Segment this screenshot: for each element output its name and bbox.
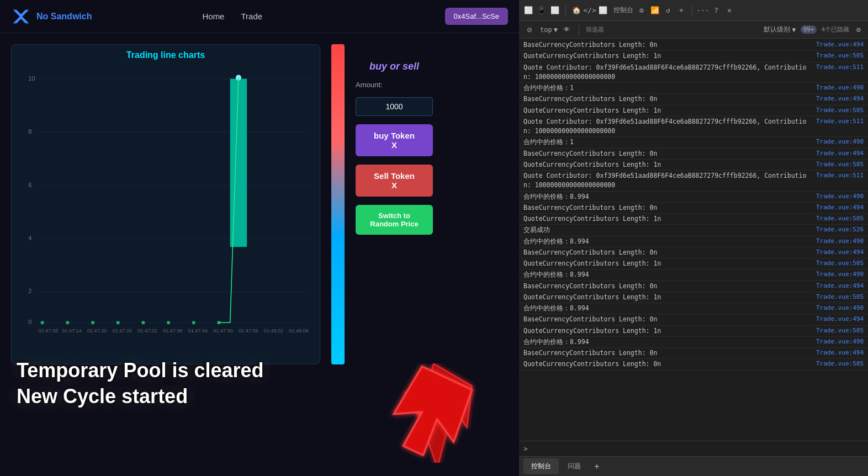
overlay-line1: Temporary Pool is cleared [17, 358, 264, 384]
logo-text: No Sandwich [36, 12, 92, 22]
console-line-link[interactable]: Trade.vue:494 [816, 282, 864, 291]
console-line-link[interactable]: Trade.vue:526 [816, 225, 864, 235]
console-line: QuoteCurrencyContributors Length: 1nTrad… [519, 258, 868, 269]
console-line-link[interactable]: Trade.vue:511 [816, 171, 864, 181]
console-line-link[interactable]: Trade.vue:505 [816, 160, 864, 170]
console-line-link[interactable]: Trade.vue:494 [816, 149, 864, 158]
console-line-link[interactable]: Trade.vue:505 [816, 106, 864, 115]
nav-links: Home Trade [202, 12, 262, 21]
console-line-link[interactable]: Trade.vue:511 [816, 117, 864, 126]
svg-text:4: 4 [28, 235, 31, 241]
buy-button[interactable]: buy Token X [356, 124, 433, 156]
svg-point-32 [192, 321, 195, 324]
wallet-button[interactable]: 0x4Saf...ScSe [445, 8, 508, 25]
console-line: 合约中的价格：1Trade.vue:490 [519, 83, 868, 94]
console-line-link[interactable]: Trade.vue:490 [816, 137, 864, 147]
svg-point-27 [66, 321, 69, 324]
console-line-link[interactable]: Trade.vue:490 [816, 337, 864, 347]
devtools-monitor-icon[interactable]: ⬜ [598, 6, 608, 15]
svg-point-26 [41, 321, 44, 324]
console-line: QuoteCurrencyContributors Length: 0nTrad… [519, 359, 868, 370]
amount-input[interactable] [356, 97, 433, 116]
badge-hidden: 4个已隐藏 [821, 25, 849, 34]
console-line-link[interactable]: Trade.vue:505 [816, 214, 864, 224]
devtools-wifi-icon[interactable]: 📶 [650, 6, 660, 15]
console-line-link[interactable]: Trade.vue:494 [816, 203, 864, 213]
tab-add-icon[interactable]: + [590, 461, 604, 472]
svg-text:8: 8 [28, 128, 31, 135]
devtools-help-icon[interactable]: ? [711, 6, 721, 15]
svg-text:01:47:44: 01:47:44 [188, 328, 208, 334]
svg-text:01:47:32: 01:47:32 [137, 328, 157, 334]
devtools-close-icon[interactable]: ✕ [724, 6, 734, 15]
console-line-text: 合约中的价格：8.994 [523, 270, 811, 279]
sell-button[interactable]: Sell Token X [356, 165, 433, 197]
console-line-text: QuoteCurrencyContributors Length: 1n [523, 51, 811, 61]
filter-eye-icon[interactable]: 👁 [562, 25, 572, 35]
filter-block-btn[interactable]: ⊘ [523, 25, 536, 35]
devtools-home-icon[interactable]: 🏠 [571, 6, 581, 15]
devtools-cursor-icon[interactable]: ⬜ [550, 6, 560, 15]
svg-text:01:48:02: 01:48:02 [264, 328, 284, 334]
console-line-link[interactable]: Trade.vue:490 [816, 237, 864, 246]
nav-home[interactable]: Home [202, 12, 224, 21]
console-line-text: QuoteCurrencyContributors Length: 1n [523, 326, 811, 336]
console-line-link[interactable]: Trade.vue:494 [816, 94, 864, 104]
filter-top-dropdown[interactable]: top ▼ [540, 26, 558, 34]
devtools-gear-icon[interactable]: ⚙ [637, 6, 647, 15]
console-line-link[interactable]: Trade.vue:494 [816, 315, 864, 324]
devtools-ellipsis-icon[interactable]: ··· [698, 6, 708, 15]
console-line-link[interactable]: Trade.vue:490 [816, 270, 864, 279]
svg-text:01:47:20: 01:47:20 [87, 328, 107, 334]
panel-title: buy or sell [369, 61, 419, 72]
console-line-link[interactable]: Trade.vue:505 [816, 293, 864, 302]
switch-button[interactable]: Switch to Random Price [356, 205, 433, 235]
devtools-bottomtabs: 控制台 问题 + [519, 456, 868, 476]
console-line-text: Quote Contributor: 0xf39Fd6e51aad88F6F4c… [523, 171, 811, 191]
devtools-refresh-icon[interactable]: ↺ [663, 6, 673, 15]
filter-label[interactable]: 筛选器 [586, 25, 604, 34]
filter-settings-icon[interactable]: ⚙ [854, 25, 864, 35]
devtools-code-icon[interactable]: </> [585, 6, 595, 15]
svg-text:0: 0 [28, 319, 31, 325]
console-line-text: BaseCurrencyContributors Length: 0n [523, 282, 811, 291]
console-line-link[interactable]: Trade.vue:505 [816, 359, 864, 369]
console-line: BaseCurrencyContributors Length: 0nTrade… [519, 314, 868, 325]
console-line-text: 合约中的价格：8.994 [523, 192, 811, 202]
chart-area: 10 8 6 4 2 0 [17, 66, 314, 342]
console-line: BaseCurrencyContributors Length: 0nTrade… [519, 94, 868, 105]
console-line: BaseCurrencyContributors Length: 0nTrade… [519, 40, 868, 51]
devtools-phone-icon[interactable]: 📱 [537, 6, 547, 15]
sort-dropdown[interactable]: 默认级别 ▼ [764, 25, 796, 34]
console-line-link[interactable]: Trade.vue:505 [816, 326, 864, 336]
devtools-plus-icon[interactable]: + [676, 6, 686, 15]
nav-trade[interactable]: Trade [241, 12, 262, 21]
console-line-link[interactable]: Trade.vue:490 [816, 304, 864, 313]
chart-title: Trading line charts [17, 50, 314, 60]
arrow-container [375, 363, 486, 465]
console-content[interactable]: BaseCurrencyContributors Length: 0nTrade… [519, 39, 868, 441]
console-line-link[interactable]: Trade.vue:494 [816, 40, 864, 50]
devtools-panel-label[interactable]: 控制台 [613, 6, 633, 15]
console-line-link[interactable]: Trade.vue:490 [816, 83, 864, 93]
nav-logo: No Sandwich [11, 7, 92, 27]
console-line-text: QuoteCurrencyContributors Length: 1n [523, 259, 811, 268]
console-line-text: QuoteCurrencyContributors Length: 0n [523, 359, 811, 369]
console-line-link[interactable]: Trade.vue:511 [816, 63, 864, 72]
console-line: BaseCurrencyContributors Length: 0nTrade… [519, 149, 868, 160]
console-line: BaseCurrencyContributors Length: 0nTrade… [519, 281, 868, 292]
console-line-link[interactable]: Trade.vue:494 [816, 348, 864, 358]
tab-console[interactable]: 控制台 [523, 458, 559, 474]
console-line: QuoteCurrencyContributors Length: 1nTrad… [519, 214, 868, 225]
chevron-down-icon: ▼ [554, 26, 558, 34]
console-line-link[interactable]: Trade.vue:505 [816, 259, 864, 268]
tab-issues[interactable]: 问题 [560, 458, 589, 474]
console-line-text: BaseCurrencyContributors Length: 0n [523, 94, 811, 104]
console-line-link[interactable]: Trade.vue:490 [816, 192, 864, 202]
console-line-text: 合约中的价格：1 [523, 137, 811, 147]
console-line-text: QuoteCurrencyContributors Length: 1n [523, 293, 811, 302]
main-content: Trading line charts 10 8 6 4 2 0 [0, 33, 519, 476]
devtools-screen-icon[interactable]: ⬜ [523, 6, 533, 15]
console-line-link[interactable]: Trade.vue:505 [816, 51, 864, 61]
console-line-link[interactable]: Trade.vue:494 [816, 248, 864, 257]
